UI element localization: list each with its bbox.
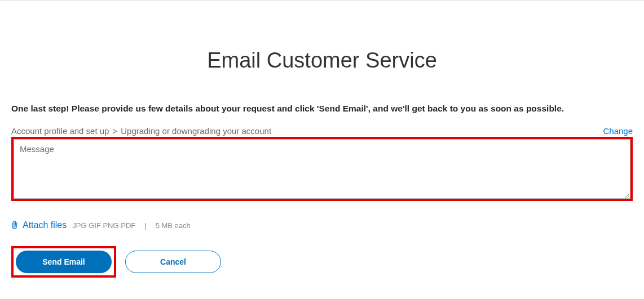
attach-files-link[interactable]: Attach files — [11, 220, 67, 230]
attach-size-limit: 5 MB each — [156, 221, 191, 230]
change-link[interactable]: Change — [603, 126, 633, 136]
breadcrumb: Account profile and set up > Upgrading o… — [11, 126, 271, 136]
page-title: Email Customer Service — [11, 48, 633, 73]
breadcrumb-level-2: Upgrading or downgrading your account — [121, 126, 271, 136]
send-highlight-box: Send Email — [11, 246, 116, 278]
breadcrumb-separator: > — [112, 126, 117, 136]
message-textarea[interactable] — [14, 139, 630, 199]
button-row: Send Email Cancel — [11, 246, 633, 278]
attach-row: Attach files JPG GIF PNG PDF | 5 MB each — [11, 220, 633, 230]
message-highlight-box — [11, 137, 633, 201]
email-customer-service-form: Email Customer Service One last step! Pl… — [0, 48, 644, 278]
paperclip-icon — [9, 219, 21, 231]
breadcrumb-level-1: Account profile and set up — [11, 126, 109, 136]
breadcrumb-row: Account profile and set up > Upgrading o… — [11, 126, 633, 136]
send-email-button[interactable]: Send Email — [16, 251, 112, 273]
cancel-button[interactable]: Cancel — [125, 251, 221, 273]
attach-formats: JPG GIF PNG PDF — [72, 221, 135, 230]
instruction-text: One last step! Please provide us few det… — [11, 104, 633, 114]
attach-separator: | — [144, 221, 146, 230]
attach-files-label: Attach files — [23, 220, 67, 230]
